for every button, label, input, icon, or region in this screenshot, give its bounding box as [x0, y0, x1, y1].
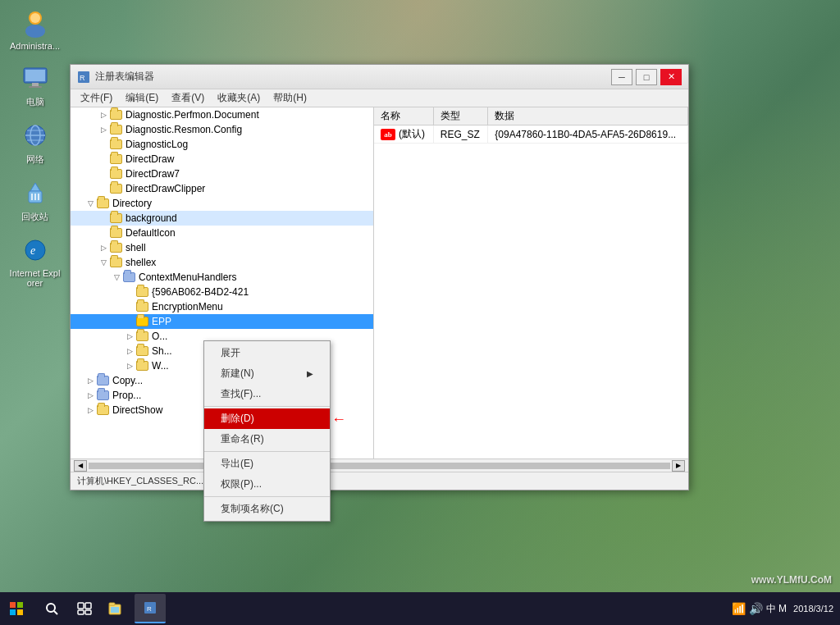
ctx-separator-3	[204, 496, 330, 497]
tree-item-background[interactable]: background	[71, 211, 373, 226]
tree-item-directdraw7[interactable]: DirectDraw7	[71, 167, 373, 181]
folder-icon-container	[97, 404, 110, 416]
folder-icon-container	[110, 139, 123, 150]
maximize-button[interactable]: □	[636, 69, 657, 85]
expand-icon	[97, 226, 110, 240]
expand-icon	[97, 182, 110, 195]
network-label: 网络	[26, 153, 44, 166]
desktop-icon-recycle[interactable]: 回收站	[8, 178, 62, 223]
tree-item-defaulticon[interactable]: DefaultIcon	[71, 226, 373, 240]
ctx-find[interactable]: 查找(F)...	[204, 384, 330, 404]
tree-item-directory[interactable]: ▽ Directory	[71, 196, 373, 211]
tree-label: Diagnostic.Perfmon.Document	[126, 109, 259, 121]
ctx-copy-name[interactable]: 复制项名称(C)	[204, 499, 330, 519]
ab-icon: ab	[381, 129, 395, 140]
taskbar-regedit[interactable]: R	[135, 594, 166, 623]
taskbar-taskview[interactable]	[69, 594, 100, 623]
folder-icon-container	[123, 271, 136, 283]
ctx-delete-label: 删除(D)	[221, 412, 254, 426]
tree-label: O...	[152, 331, 167, 342]
tree-item-encryptionmenu[interactable]: EncryptionMenu	[71, 299, 373, 314]
taskbar-explorer[interactable]	[102, 594, 133, 623]
tree-label: DirectDraw	[126, 153, 174, 165]
folder-icon-container	[136, 301, 149, 312]
ctx-rename[interactable]: 重命名(R)	[204, 429, 330, 449]
folder-icon-container	[136, 286, 149, 298]
svg-rect-5	[32, 83, 39, 86]
col-data: 数据	[488, 107, 688, 125]
menu-view[interactable]: 查看(V)	[165, 89, 211, 107]
folder-icon-container	[136, 316, 149, 327]
ctx-new-label: 新建(N)	[221, 367, 254, 381]
scroll-right-button[interactable]: ▶	[672, 460, 685, 472]
taskbar-right: 📶 🔊 中 M 2018/3/12	[725, 602, 840, 616]
tray-ime[interactable]: 中 M	[766, 602, 787, 616]
title-bar[interactable]: R 注册表编辑器 ─ □ ✕	[71, 65, 688, 89]
svg-point-1	[25, 25, 45, 38]
computer-icon	[21, 63, 50, 93]
tree-label: shell	[126, 242, 146, 253]
ctx-new[interactable]: 新建(N) ▶	[204, 363, 330, 384]
expand-icon: ▷	[84, 404, 97, 417]
tree-item-directdrawclipper[interactable]: DirectDrawClipper	[71, 181, 373, 196]
desktop-icons: Administra... 电脑	[8, 8, 62, 288]
network-icon	[21, 121, 50, 150]
desktop-icon-computer[interactable]: 电脑	[8, 63, 62, 108]
desktop-icon-admin[interactable]: Administra...	[8, 8, 62, 51]
tree-item-diagnosticlog[interactable]: DiagnosticLog	[71, 137, 373, 152]
tree-label: EncryptionMenu	[152, 301, 223, 312]
menu-help[interactable]: 帮助(H)	[267, 89, 313, 107]
taskbar-search[interactable]	[36, 594, 67, 623]
ctx-delete[interactable]: 删除(D) ←	[204, 408, 330, 429]
tree-item-shellex[interactable]: ▽ shellex	[71, 255, 373, 270]
cell-data: {09A47860-11B0-4DA5-AFA5-26D8619...	[488, 125, 688, 144]
ctx-expand-label: 展开	[221, 346, 240, 360]
computer-label: 电脑	[26, 96, 44, 108]
close-button[interactable]: ✕	[660, 69, 682, 85]
tree-item-shell[interactable]: ▷ shell	[71, 240, 373, 255]
ctx-permissions[interactable]: 权限(P)...	[204, 474, 330, 495]
watermark: www.YLMfU.CoM	[751, 574, 832, 586]
ctx-separator-2	[204, 451, 330, 452]
folder-icon-container	[97, 198, 110, 209]
folder-icon-container	[136, 360, 149, 372]
tree-item-directdraw[interactable]: DirectDraw	[71, 152, 373, 167]
context-menu: 展开 新建(N) ▶ 查找(F)... 删除(D) ← 重命名(R) 导出(E)…	[203, 340, 331, 522]
status-left: 计算机\HKEY_CLASSES_RC...	[77, 475, 203, 487]
taskbar-clock[interactable]: 2018/3/12	[793, 604, 833, 614]
svg-rect-4	[25, 70, 45, 81]
tree-item-epp[interactable]: EPP	[71, 314, 373, 329]
svg-point-25	[47, 604, 55, 612]
col-type: 类型	[433, 107, 488, 125]
menu-favorites[interactable]: 收藏夹(A)	[211, 89, 267, 107]
tree-label: DirectDraw7	[126, 168, 180, 180]
start-button[interactable]	[0, 592, 33, 625]
folder-icon-container	[136, 331, 149, 342]
col-name: 名称	[374, 107, 433, 125]
expand-icon: ▽	[97, 256, 110, 269]
expand-icon: ▷	[123, 330, 136, 343]
tree-item-diagnostic-perfmon[interactable]: ▷ Diagnostic.Perfmon.Document	[71, 107, 373, 122]
tree-label: Sh...	[152, 345, 172, 357]
tree-item-diagnostic-resmon[interactable]: ▷ Diagnostic.Resmon.Config	[71, 122, 373, 137]
menu-edit[interactable]: 编辑(E)	[119, 89, 165, 107]
desktop-icon-network[interactable]: 网络	[8, 121, 62, 166]
ctx-export[interactable]: 导出(E)	[204, 454, 330, 474]
expand-icon	[123, 315, 136, 328]
minimize-button[interactable]: ─	[611, 69, 632, 85]
svg-rect-33	[111, 607, 119, 613]
svg-rect-27	[78, 603, 84, 609]
horizontal-scrollbar[interactable]: ◀ ▶	[71, 458, 688, 472]
status-bar: 计算机\HKEY_CLASSES_RC... rtMenuHandlers\EP…	[71, 472, 688, 490]
tree-item-596ab062[interactable]: {596AB062-B4D2-421	[71, 285, 373, 299]
svg-text:R: R	[80, 74, 85, 82]
tree-item-contextmenuhandlers[interactable]: ▽ ContextMenuHandlers	[71, 270, 373, 285]
menu-file[interactable]: 文件(F)	[74, 89, 119, 107]
tray-network-icon: 📶	[732, 602, 746, 615]
value-name: (默认)	[399, 127, 425, 141]
folder-icon-container	[110, 168, 123, 180]
scroll-left-button[interactable]: ◀	[74, 460, 87, 472]
tree-label: EPP	[152, 316, 171, 327]
ctx-expand[interactable]: 展开	[204, 343, 330, 363]
desktop-icon-ie[interactable]: e Internet Explorer	[8, 235, 62, 288]
